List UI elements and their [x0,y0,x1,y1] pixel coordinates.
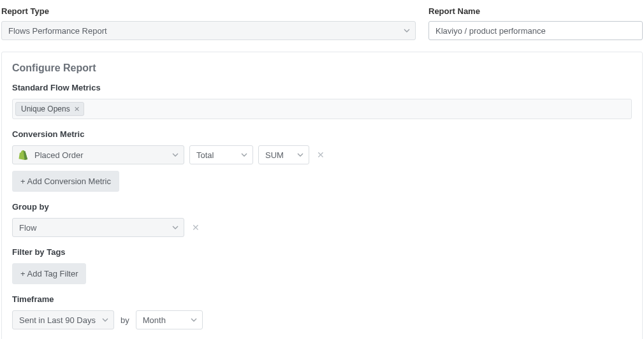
configure-panel: Configure Report Standard Flow Metrics U… [1,52,643,339]
report-type-select[interactable]: Flows Performance Report [1,21,416,40]
conversion-metric-label: Conversion Metric [12,129,632,139]
metric-tag[interactable]: Unique Opens ✕ [15,102,84,116]
timeframe-range-value: Sent in Last 90 Days [19,315,96,325]
report-type-value: Flows Performance Report [8,26,107,36]
conversion-agg1-select[interactable]: Total [189,145,253,164]
chevron-down-icon [241,153,247,157]
report-type-label: Report Type [1,6,416,16]
by-label: by [119,315,131,325]
group-by-select[interactable]: Flow [12,218,184,237]
standard-metrics-label: Standard Flow Metrics [12,83,632,92]
conversion-agg2-select[interactable]: SUM [258,145,309,164]
report-name-input[interactable] [428,21,643,40]
add-tag-filter-button[interactable]: + Add Tag Filter [12,263,86,284]
shopify-icon [18,149,29,161]
conversion-metric-value: Placed Order [34,150,84,160]
timeframe-range-select[interactable]: Sent in Last 90 Days [12,310,114,329]
filter-tags-label: Filter by Tags [12,247,632,257]
chevron-down-icon [191,318,197,322]
timeframe-interval-value: Month [143,315,166,325]
chevron-down-icon [172,226,179,229]
conversion-metric-select[interactable]: Placed Order [12,145,184,164]
report-name-label: Report Name [428,6,643,16]
add-conversion-metric-button[interactable]: + Add Conversion Metric [12,171,119,192]
chevron-down-icon [297,153,304,157]
panel-title: Configure Report [2,52,642,79]
conversion-agg1-value: Total [196,150,214,160]
chevron-down-icon [172,153,179,157]
timeframe-interval-select[interactable]: Month [136,310,203,329]
remove-groupby-icon[interactable]: ✕ [189,222,202,233]
chevron-down-icon [102,318,108,322]
remove-conversion-icon[interactable]: ✕ [314,150,327,160]
conversion-agg2-value: SUM [265,150,284,160]
group-by-label: Group by [12,202,632,212]
metric-tag-label: Unique Opens [21,105,70,113]
standard-metrics-input[interactable]: Unique Opens ✕ [12,99,632,119]
close-icon[interactable]: ✕ [74,106,80,113]
timeframe-label: Timeframe [12,294,632,304]
group-by-value: Flow [19,223,36,233]
chevron-down-icon [404,29,410,32]
